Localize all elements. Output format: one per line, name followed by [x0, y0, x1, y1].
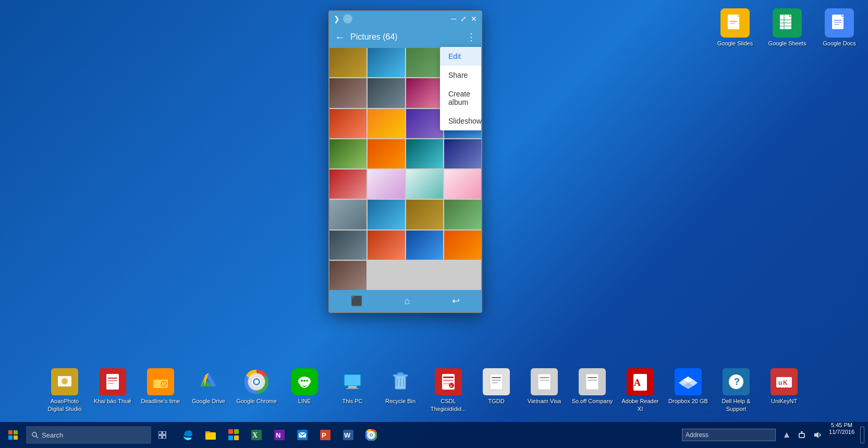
photo-cell[interactable] — [368, 139, 405, 168]
google-docs-icon[interactable]: Google Docs — [816, 5, 863, 50]
recycle-bin-icon[interactable]: Recycle Bin — [377, 365, 423, 416]
minimize-button[interactable]: ─ — [451, 15, 456, 22]
context-menu-edit[interactable]: Edit — [440, 47, 482, 66]
aoao-photo-icon[interactable]: AoaoPhoto Digital Studio — [42, 365, 88, 416]
photo-cell[interactable] — [329, 200, 366, 229]
photo-cell[interactable] — [406, 200, 443, 229]
clock[interactable]: 5:45 PM 11/7/2016 — [826, 422, 858, 448]
google-drive-icon[interactable]: Google Drive — [186, 365, 231, 416]
photo-cell[interactable] — [368, 109, 405, 138]
svg-rect-60 — [490, 374, 503, 390]
adobe-reader-icon[interactable]: A Adobe Reader XI — [617, 365, 663, 416]
svg-rect-22 — [108, 383, 114, 384]
photo-cell[interactable] — [406, 109, 443, 138]
svg-rect-90 — [163, 431, 166, 434]
taskbar-outlook[interactable] — [291, 422, 314, 448]
context-menu-slideshow[interactable]: Slideshow — [440, 112, 482, 130]
unikeynt-icon[interactable]: uK UniKeyNT — [761, 365, 807, 416]
taskbar-chrome[interactable] — [360, 422, 383, 448]
tgdd-label: TGDD — [488, 397, 504, 405]
taskbar-edge[interactable] — [176, 422, 199, 448]
taskbar-excel[interactable]: X — [245, 422, 268, 448]
nav-back-button[interactable]: ⬛ — [351, 295, 362, 307]
dropbox-icon[interactable]: Dropbox 20 GB — [665, 365, 711, 416]
photo-cell[interactable] — [406, 139, 443, 168]
svg-point-87 — [32, 432, 36, 437]
google-chrome-icon[interactable]: Google Chrome — [234, 365, 279, 416]
photo-cell[interactable] — [444, 200, 481, 229]
taskbar-search[interactable]: Search — [26, 426, 151, 444]
photo-cell[interactable] — [329, 261, 366, 290]
photo-cell[interactable] — [329, 48, 366, 77]
photo-cell[interactable] — [406, 231, 443, 260]
sooff-icon[interactable]: So.off Company — [569, 365, 615, 416]
svg-rect-86 — [14, 435, 18, 440]
svg-rect-5 — [780, 15, 791, 29]
photo-cell[interactable] — [368, 48, 405, 77]
back-button[interactable]: ← — [335, 31, 345, 43]
google-drive-label: Google Drive — [192, 397, 225, 405]
photo-cell[interactable] — [444, 231, 481, 260]
photo-cell[interactable] — [368, 169, 405, 199]
network-icon[interactable] — [794, 422, 809, 448]
maximize-button[interactable]: ⤢ — [460, 15, 467, 22]
svg-rect-67 — [586, 374, 598, 390]
photo-cell[interactable] — [329, 139, 366, 168]
start-button[interactable] — [0, 422, 26, 448]
task-view-button[interactable] — [151, 422, 174, 448]
svg-marker-118 — [814, 432, 818, 438]
svg-point-41 — [303, 380, 305, 382]
desktop-icons-bottom: AoaoPhoto Digital Studio Khai báo Thuế D… — [42, 365, 807, 416]
svg-rect-20 — [108, 378, 117, 379]
taskbar-powerpoint[interactable]: P — [314, 422, 337, 448]
nav-recent-button[interactable]: ↩ — [452, 295, 460, 307]
context-menu-create-album[interactable]: Create album — [440, 84, 482, 112]
show-desktop-button[interactable] — [859, 422, 866, 448]
photo-cell[interactable] — [406, 169, 443, 199]
photo-cell[interactable] — [368, 78, 405, 107]
taskbar-onenote[interactable]: N — [268, 422, 291, 448]
svg-marker-114 — [784, 432, 789, 438]
nav-home-button[interactable]: ⌂ — [405, 296, 410, 307]
system-tray[interactable] — [780, 422, 793, 448]
desktop-icons-topright: Google Slides Google Sheets Googl — [712, 5, 863, 50]
google-sheets-icon[interactable]: Google Sheets — [764, 5, 811, 50]
svg-rect-96 — [228, 429, 233, 434]
svg-rect-15 — [834, 24, 839, 25]
menu-dots: ⋯ — [343, 14, 352, 23]
google-chrome-label: Google Chrome — [236, 397, 277, 405]
google-slides-icon[interactable]: Google Slides — [712, 5, 759, 50]
photo-cell[interactable] — [329, 231, 366, 260]
taskbar-word[interactable]: W — [337, 422, 360, 448]
photo-cell[interactable] — [368, 200, 405, 229]
taskbar-store[interactable] — [222, 422, 245, 448]
unikeynt-label: UniKeyNT — [771, 397, 797, 405]
this-pc-icon[interactable]: This PC — [329, 365, 375, 416]
sooff-label: So.off Company — [572, 397, 613, 405]
svg-rect-43 — [344, 374, 361, 386]
csdl-label: CSDL Thegioididid... — [427, 397, 469, 413]
svg-rect-115 — [799, 433, 804, 438]
csdl-icon[interactable]: A CSDL Thegioididid... — [425, 365, 471, 416]
photo-cell[interactable] — [329, 169, 366, 199]
photo-cell[interactable] — [444, 139, 481, 168]
photo-cell[interactable] — [368, 231, 405, 260]
dell-help-icon[interactable]: ? Dell Help & Support — [713, 365, 759, 416]
taskbar-apps: X N P W — [174, 422, 679, 448]
volume-icon[interactable] — [810, 422, 825, 448]
photo-cell[interactable] — [406, 78, 443, 107]
tgdd-icon[interactable]: TGDD — [473, 365, 519, 416]
khai-bao-thue-icon[interactable]: Khai báo Thuế — [90, 365, 136, 416]
context-menu-share[interactable]: Share — [440, 66, 482, 84]
vietnam-visa-icon[interactable]: Vietnam Visa — [521, 365, 567, 416]
line-label: LINE — [298, 397, 311, 405]
line-icon[interactable]: LINE — [282, 365, 327, 416]
svg-rect-94 — [205, 433, 216, 440]
photo-cell[interactable] — [329, 78, 366, 107]
taskbar-file-explorer[interactable] — [199, 422, 222, 448]
photo-cell[interactable] — [329, 109, 366, 138]
more-options-button[interactable]: ⋮ — [467, 31, 476, 43]
photo-cell[interactable] — [444, 169, 481, 199]
deadlines-time-icon[interactable]: Deadline's time — [138, 365, 184, 416]
close-button[interactable]: ✕ — [471, 15, 477, 22]
